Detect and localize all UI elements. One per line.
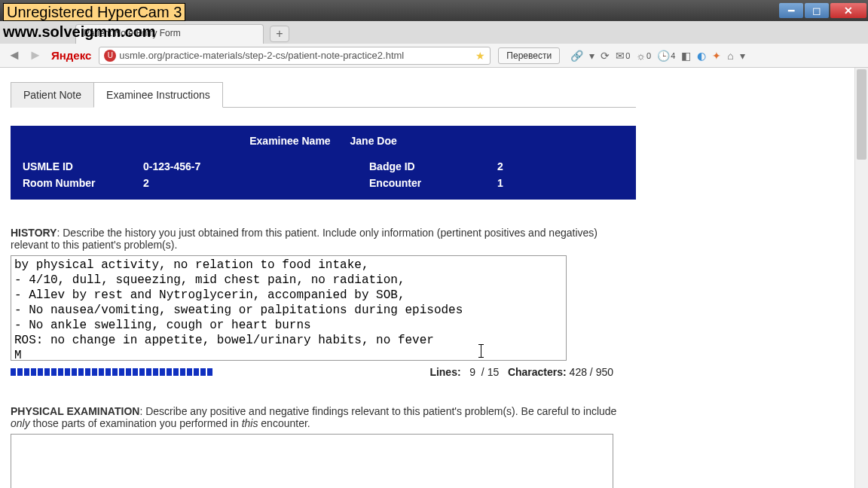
usmle-id-value: 0-123-456-7 (143, 160, 369, 172)
counters: Lines: 9 / 15 Characters: 428 / 950 (429, 366, 613, 378)
menu-dropdown-icon[interactable]: ▾ (740, 50, 745, 62)
physical-desc-b: those parts of examination you performed… (30, 417, 242, 429)
yandex-logo[interactable]: Яндекс (51, 49, 91, 62)
home-icon[interactable]: ⌂ (727, 50, 733, 62)
physical-desc-a: : Describe any positive and negative fin… (139, 405, 616, 417)
extension-icon-3[interactable]: ✦ (712, 50, 721, 62)
room-number-value: 2 (143, 177, 369, 189)
clock-icon[interactable]: 🕒4 (657, 50, 675, 62)
toolbar-icons: 🔗 ▾ ⟳ ✉0 ☼0 🕒4 ◧ ◐ ✦ ⌂ ▾ (570, 50, 745, 62)
dropdown-icon[interactable]: ▾ (589, 50, 594, 62)
physical-exam-section: PHYSICAL EXAMINATION: Describe any posit… (11, 405, 636, 488)
browser-tab-title: Patient Note Entry Form (84, 28, 181, 38)
browser-tab-strip: Patient Note Entry Form + (0, 21, 868, 44)
page-scrollbar[interactable] (854, 68, 868, 488)
physical-desc-c: encounter. (258, 417, 310, 429)
room-number-label: Room Number (23, 177, 143, 189)
app-tab-bar: Patient Note Examinee Instructions (11, 81, 636, 108)
new-tab-button[interactable]: + (270, 26, 289, 42)
extension-icon-1[interactable]: ◧ (681, 50, 691, 62)
encounter-value: 1 (497, 177, 542, 189)
physical-desc-only: only (11, 417, 30, 429)
window-close-button[interactable]: ✕ (830, 3, 866, 18)
tab-patient-note[interactable]: Patient Note (11, 82, 94, 108)
character-progress-bar (11, 368, 212, 376)
lines-sep: / 15 (481, 366, 499, 378)
address-bar-row: ◄ ► Яндекс U usmle.org/practice-material… (0, 44, 868, 68)
chars-value: 428 / 950 (570, 366, 613, 378)
url-bar[interactable]: U usmle.org/practice-materials/step-2-cs… (99, 47, 491, 65)
examinee-info-panel: Examinee Name Jane Doe USMLE ID 0-123-45… (11, 126, 636, 200)
translate-button[interactable]: Перевести (498, 47, 560, 64)
site-favicon: U (104, 50, 116, 62)
window-minimize-button[interactable]: ━ (779, 3, 803, 18)
encounter-label: Encounter (369, 177, 497, 189)
window-titlebar: ━ ◻ ✕ (0, 0, 868, 21)
usmle-id-label: USMLE ID (23, 160, 143, 172)
link-icon[interactable]: 🔗 (570, 50, 583, 62)
mail-icon[interactable]: ✉0 (616, 50, 630, 62)
history-desc: : Describe the history you just obtained… (11, 227, 598, 251)
lines-current: 9 (469, 366, 475, 378)
weather-icon[interactable]: ☼0 (636, 50, 651, 62)
forward-button[interactable]: ► (27, 47, 44, 64)
text-cursor-icon (481, 344, 481, 358)
badge-id-label: Badge ID (369, 160, 497, 172)
history-section: HISTORY: Describe the history you just o… (11, 227, 636, 378)
scrollbar-thumb[interactable] (857, 69, 866, 160)
browser-tab[interactable]: Patient Note Entry Form (75, 24, 264, 44)
history-title: HISTORY (11, 227, 57, 239)
tab-examinee-instructions[interactable]: Examinee Instructions (93, 82, 223, 108)
url-text: usmle.org/practice-materials/step-2-cs/p… (119, 50, 471, 61)
lines-label: Lines: (429, 366, 460, 378)
examinee-name-label: Examinee Name (249, 135, 330, 147)
page-content: Patient Note Examinee Instructions Exami… (0, 68, 868, 488)
badge-id-value: 2 (497, 160, 542, 172)
examinee-name-value: Jane Doe (350, 135, 397, 147)
bookmark-star-icon[interactable]: ★ (475, 50, 485, 62)
chars-label: Characters: (508, 366, 567, 378)
reload-icon[interactable]: ⟳ (601, 50, 610, 62)
physical-title: PHYSICAL EXAMINATION (11, 405, 139, 417)
extension-icon-2[interactable]: ◐ (697, 50, 706, 62)
back-button[interactable]: ◄ (6, 47, 23, 64)
physical-exam-textarea[interactable] (11, 434, 613, 488)
history-textarea[interactable] (11, 255, 567, 361)
physical-desc-this: this (242, 417, 258, 429)
window-maximize-button[interactable]: ◻ (805, 3, 829, 18)
